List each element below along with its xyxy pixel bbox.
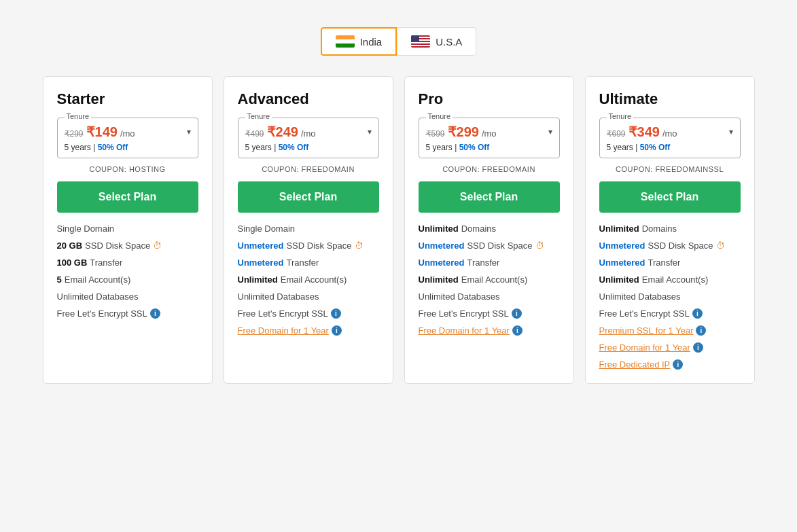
feature-item-starter-0: Single Domain [57,224,198,234]
plan-card-advanced: AdvancedTenure₹499₹249/mo▾5 years | 50% … [224,76,393,384]
feature-list-starter: Single Domain20 GB SSD Disk Space ⏱100 G… [57,224,198,319]
old-price-advanced: ₹499 [245,129,264,139]
info-icon-link-advanced-6[interactable]: i [332,325,342,336]
feature-bold-advanced-3: Unlimited [238,274,278,285]
feature-link-ultimate-8[interactable]: Free Dedicated IP [599,359,671,370]
feature-item-ultimate-4: Unlimited Databases [599,291,741,302]
tenure-box-pro[interactable]: Tenure₹599₹299/mo▾5 years | 50% Off [419,118,560,158]
feature-item-advanced-3: Unlimited Email Account(s) [238,274,379,285]
info-icon-starter-5[interactable]: i [150,308,160,319]
info-icon-ultimate-5[interactable]: i [692,308,703,319]
feature-item-advanced-0: Single Domain [238,224,379,234]
feature-item-pro-3: Unlimited Email Account(s) [419,274,560,285]
tenure-box-ultimate[interactable]: Tenure₹699₹349/mo▾5 years | 50% Off [599,118,741,158]
india-flag [336,35,355,48]
feature-item-pro-2: Unmetered Transfer [419,258,560,268]
speed-icon-advanced-1: ⏱ [355,241,364,251]
feature-item-pro-1: Unmetered SSD Disk Space ⏱ [419,241,560,251]
feature-bold-starter-3: 5 [57,274,62,285]
feature-blue-ultimate-1: Unmetered [599,241,645,251]
per-mo-ultimate: /mo [662,128,677,139]
tenure-dropdown-starter[interactable]: ▾ [187,127,191,137]
feature-item-ultimate-0: Unlimited Domains [599,224,741,234]
feature-item-starter-3: 5 Email Account(s) [57,274,198,285]
plan-name-pro: Pro [419,90,560,108]
plan-card-pro: ProTenure₹599₹299/mo▾5 years | 50% OffCO… [404,76,574,384]
tenure-dropdown-advanced[interactable]: ▾ [368,127,372,137]
feature-link-ultimate-7[interactable]: Free Domain for 1 Year [599,342,690,353]
info-icon-pro-5[interactable]: i [512,308,522,319]
feature-item-pro-6: Free Domain for 1 Year i [419,325,560,336]
feature-bold-pro-3: Unlimited [419,274,459,285]
select-plan-button-pro[interactable]: Select Plan [419,181,560,213]
feature-list-advanced: Single DomainUnmetered SSD Disk Space ⏱U… [238,224,379,336]
feature-bold-ultimate-0: Unlimited [599,224,639,234]
per-mo-pro: /mo [482,128,497,139]
country-toggle: India U.S.A [321,27,477,56]
info-icon-link-ultimate-6[interactable]: i [696,325,706,336]
plan-name-ultimate: Ultimate [599,90,741,108]
feature-item-advanced-4: Unlimited Databases [238,291,379,302]
tenure-info-ultimate: 5 years | 50% Off [607,143,733,152]
tenure-label-starter: Tenure [65,112,92,120]
new-price-starter: ₹149 [86,124,118,140]
feature-item-advanced-5: Free Let's Encrypt SSL i [238,308,379,319]
select-plan-button-advanced[interactable]: Select Plan [238,181,379,213]
tenure-label-ultimate: Tenure [607,112,634,120]
speed-icon-pro-1: ⏱ [535,241,544,251]
usa-flag [411,35,430,48]
tenure-info-pro: 5 years | 50% Off [426,143,552,152]
feature-item-pro-0: Unlimited Domains [419,224,560,234]
feature-link-ultimate-6[interactable]: Premium SSL for 1 Year [599,325,694,336]
tenure-info-starter: 5 years | 50% Off [65,143,191,152]
tenure-box-starter[interactable]: Tenure₹299₹149/mo▾5 years | 50% Off [57,118,198,158]
new-price-ultimate: ₹349 [628,124,660,140]
feature-link-pro-6[interactable]: Free Domain for 1 Year [419,325,510,336]
feature-bold-ultimate-3: Unlimited [599,274,639,285]
tenure-label-pro: Tenure [426,112,453,120]
info-icon-link-ultimate-7[interactable]: i [693,342,703,353]
feature-list-ultimate: Unlimited DomainsUnmetered SSD Disk Spac… [599,224,741,370]
india-label: India [360,36,383,48]
feature-bold-starter-1: 20 GB [57,241,83,251]
coupon-pro: COUPON: FREEDOMAIN [419,165,560,173]
select-plan-button-ultimate[interactable]: Select Plan [599,181,741,213]
plan-name-starter: Starter [57,90,198,108]
tenure-dropdown-pro[interactable]: ▾ [548,127,552,137]
plan-card-ultimate: UltimateTenure₹699₹349/mo▾5 years | 50% … [585,76,755,384]
select-plan-button-starter[interactable]: Select Plan [57,181,198,213]
feature-blue-pro-2: Unmetered [419,258,465,268]
tenure-box-advanced[interactable]: Tenure₹499₹249/mo▾5 years | 50% Off [238,118,379,158]
india-button[interactable]: India [321,27,397,56]
coupon-starter: COUPON: HOSTING [57,165,198,173]
old-price-starter: ₹299 [65,129,84,139]
old-price-ultimate: ₹699 [607,129,626,139]
tenure-dropdown-ultimate[interactable]: ▾ [729,127,733,137]
plans-container: StarterTenure₹299₹149/mo▾5 years | 50% O… [18,76,779,384]
feature-blue-advanced-2: Unmetered [238,258,284,268]
feature-item-advanced-1: Unmetered SSD Disk Space ⏱ [238,241,379,251]
feature-item-starter-1: 20 GB SSD Disk Space ⏱ [57,241,198,251]
info-icon-advanced-5[interactable]: i [331,308,341,319]
feature-blue-ultimate-2: Unmetered [599,258,645,268]
plan-card-starter: StarterTenure₹299₹149/mo▾5 years | 50% O… [43,76,213,384]
feature-bold-pro-0: Unlimited [419,224,459,234]
feature-bold-starter-2: 100 GB [57,258,88,268]
per-mo-advanced: /mo [301,128,316,139]
info-icon-link-pro-6[interactable]: i [512,325,523,336]
speed-icon-ultimate-1: ⏱ [716,241,725,251]
feature-item-pro-4: Unlimited Databases [419,291,560,302]
feature-link-advanced-6[interactable]: Free Domain for 1 Year [238,325,329,336]
coupon-ultimate: COUPON: FREEDOMAINSSL [599,165,741,173]
feature-item-ultimate-3: Unlimited Email Account(s) [599,274,741,285]
tenure-info-advanced: 5 years | 50% Off [245,143,372,152]
feature-item-advanced-6: Free Domain for 1 Year i [238,325,379,336]
usa-label: U.S.A [436,36,462,48]
feature-item-starter-2: 100 GB Transfer [57,258,198,268]
feature-list-pro: Unlimited DomainsUnmetered SSD Disk Spac… [419,224,560,336]
usa-button[interactable]: U.S.A [397,27,476,56]
speed-icon-starter-1: ⏱ [153,241,162,251]
info-icon-link-ultimate-8[interactable]: i [673,359,683,370]
feature-item-ultimate-7: Free Domain for 1 Year i [599,342,741,353]
feature-item-ultimate-5: Free Let's Encrypt SSL i [599,308,741,319]
